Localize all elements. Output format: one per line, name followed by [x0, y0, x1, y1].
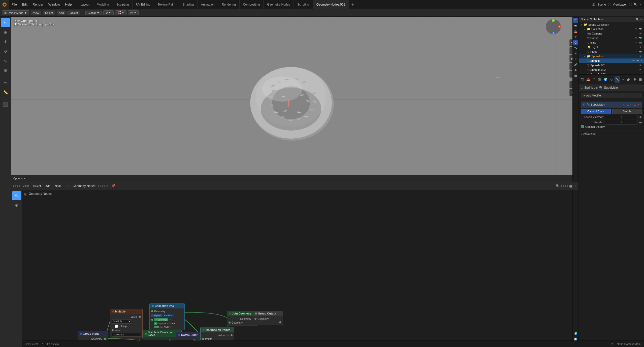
tab-texture-paint[interactable]: Texture Paint — [154, 0, 179, 9]
outliner-sprinkles[interactable]: 📁 Sprinkles 👁 — [579, 54, 644, 58]
relative-radio[interactable]: Relative — [163, 314, 174, 317]
ne-view-menu[interactable]: View — [21, 184, 30, 187]
render-inc[interactable]: ◂▸ — [639, 120, 642, 124]
original-radio[interactable]: Original — [151, 314, 162, 317]
donut-render-btn[interactable]: 📷 — [638, 36, 642, 40]
levels-viewport-inc[interactable]: ◂▸ — [639, 115, 642, 119]
properties-particle-btn[interactable]: ✦ — [573, 51, 578, 56]
sprinkle-002-vis-btn[interactable]: 👁 — [638, 68, 642, 72]
view-btn[interactable]: View — [31, 11, 41, 15]
node-join-geometry[interactable]: Join Geometry Geometry Geometry — [227, 311, 257, 326]
catmull-clark-btn[interactable]: Catmull-Clark — [581, 109, 611, 114]
outliner-light[interactable]: 💡 Light 👁 — [579, 45, 644, 49]
prop-icon-world[interactable]: 🌍 — [603, 76, 608, 83]
menu-file[interactable]: File — [9, 0, 19, 9]
cursor-tool[interactable]: ⊕ — [1, 28, 10, 37]
prop-icon-scene[interactable]: 🎬 — [597, 76, 602, 83]
properties-data-btn[interactable]: ⬢ — [573, 68, 578, 73]
tab-modeling[interactable]: Modeling — [93, 0, 113, 9]
properties-output-btn[interactable]: 📤 — [573, 29, 578, 34]
prop-icon-modifier[interactable]: 🔧 — [615, 76, 620, 83]
properties-material-btn[interactable]: ⬤ — [573, 73, 578, 78]
nav-gizmo[interactable]: X Y Z — [546, 19, 563, 37]
donut-vis-btn[interactable]: 👁 — [634, 36, 638, 40]
tab-sculpting[interactable]: Sculpting — [113, 0, 133, 9]
snap-btn[interactable]: 🧲 ▼ — [115, 10, 127, 15]
sprinkle-vis-btn[interactable]: 👁 — [632, 59, 635, 62]
outliner-filter-btn[interactable]: 🔍 — [636, 18, 639, 21]
outliner-options-btn[interactable]: ⊹ — [640, 18, 642, 21]
sprinkle-render-btn[interactable]: 📷 — [636, 59, 640, 62]
node-canvas[interactable]: Group Input Geometry Density Value Multi… — [22, 190, 578, 341]
ne-cursor-tool[interactable]: ⊕ — [12, 201, 21, 210]
ne-add-menu[interactable]: Add — [44, 184, 52, 187]
modifier-options-4[interactable]: ⬡ — [634, 103, 636, 106]
select-tool[interactable]: ↖ — [1, 18, 10, 27]
properties-constraint-btn[interactable]: 🔗 — [573, 62, 578, 67]
object-btn[interactable]: Object — [68, 11, 80, 15]
prop-icon-render[interactable]: 📷 — [580, 76, 585, 83]
add-btn[interactable]: Add — [57, 11, 66, 15]
tab-geometry-nodes-001[interactable]: Geometry Nodes.001 — [313, 0, 349, 9]
blender-logo[interactable] — [0, 0, 9, 9]
node-multiply[interactable]: Multiply Value Multiply — [110, 309, 143, 338]
tab-layout[interactable]: Layout — [77, 0, 93, 9]
sprinkle-001-vis-btn[interactable]: 👁 — [638, 64, 642, 67]
camera-vis-btn[interactable]: 👁 — [638, 32, 642, 35]
nav-z-axis[interactable]: Z — [552, 31, 555, 35]
outliner-icing[interactable]: ▽ Icing 👁 📷 — [579, 40, 644, 45]
rotate-tool[interactable]: ↺ — [1, 47, 10, 56]
nav-y-axis[interactable]: Y — [552, 19, 555, 22]
3d-viewport[interactable]: User Orthographic (1) Scene Collection |… — [11, 17, 578, 182]
sprinkles-link[interactable]: ✓ Sprinkles — [154, 318, 168, 321]
vp-options-btn[interactable]: Options ▼ — [13, 177, 26, 180]
select-btn[interactable]: Select — [43, 11, 55, 15]
tab-compositing[interactable]: Compositing — [240, 0, 264, 9]
outliner-sprinkle-001[interactable]: ▽ Sprinkle.001 👁 — [579, 63, 644, 68]
sprinkle-003-vis-btn[interactable]: 👁 — [638, 73, 642, 75]
prop-icon-object[interactable]: ⬡ — [609, 76, 614, 83]
advanced-toggle[interactable]: Advanced — [581, 132, 642, 135]
nav-x-axis[interactable]: X — [558, 25, 561, 28]
prop-icon-particles[interactable]: ✦ — [620, 76, 626, 83]
outliner-collection[interactable]: 📁 Collection 👁 📷 — [579, 27, 644, 31]
node-collection-info[interactable]: Collection Info Geometry Original Relati… — [149, 303, 185, 330]
menu-edit[interactable]: Edit — [19, 0, 30, 9]
proportional-btn[interactable]: ◎ ▼ — [128, 10, 139, 15]
outliner-plane[interactable]: ▽ Plane 👁 📷 — [579, 49, 644, 54]
icing-vis-btn[interactable]: 👁 — [634, 41, 638, 44]
prop-icon-view[interactable]: 👁 — [591, 76, 597, 83]
transform-tool[interactable]: ⊞ — [1, 66, 10, 75]
sprinkles-vis-btn[interactable]: 👁 — [638, 54, 642, 58]
outliner-sprinkle[interactable]: ▽ Sprinkle 👁 📷 ● — [579, 58, 644, 63]
outliner-sprinkle-003[interactable]: ▽ Sprinkle.003 👁 — [579, 72, 644, 75]
measure-tool[interactable]: 📏 — [1, 88, 10, 97]
properties-world-btn[interactable]: 🌍 — [573, 331, 578, 336]
tab-scripting[interactable]: Scripting — [294, 0, 313, 9]
tab-uv-editing[interactable]: UV Editing — [133, 0, 154, 9]
outliner-donut[interactable]: ▽ Donut 👁 📷 — [579, 36, 644, 40]
prop-icon-material[interactable]: ⬤ — [638, 76, 643, 83]
modifier-options-3[interactable]: ⬡ — [630, 103, 633, 106]
menu-render[interactable]: Render — [30, 0, 46, 9]
plane-vis-btn[interactable]: 👁 — [634, 50, 638, 53]
global-select[interactable]: Global▼ — [85, 11, 102, 15]
tab-shading[interactable]: Shading — [179, 0, 198, 9]
modifier-options-1[interactable]: ⬡ — [623, 103, 626, 106]
scale-tool[interactable]: ⤡ — [1, 56, 10, 66]
annotate-tool[interactable]: ✏ — [1, 78, 10, 87]
modifier-delete-btn[interactable]: ✕ — [637, 103, 640, 106]
mode-select[interactable]: ⊞ Object Mode ▼ — [2, 10, 29, 15]
light-vis-btn[interactable]: 👁 — [638, 45, 642, 49]
tab-animation[interactable]: Animation — [198, 0, 218, 9]
collection-vis-btn[interactable]: 👁 — [634, 27, 638, 31]
menu-help[interactable]: Help — [62, 0, 74, 9]
menu-window[interactable]: Window — [46, 0, 62, 9]
prop-icon-data[interactable]: ⬢ — [632, 76, 637, 83]
node-group-input[interactable]: Group Input Geometry Density Value — [78, 331, 108, 341]
properties-view-btn[interactable]: 👁 — [573, 34, 578, 39]
render-value[interactable]: 1 — [605, 120, 637, 124]
properties-modifier-btn[interactable]: 🔧 — [573, 45, 578, 50]
optimal-display-checkbox[interactable] — [581, 125, 584, 128]
properties-scene-btn[interactable]: 🎬 — [573, 18, 578, 23]
